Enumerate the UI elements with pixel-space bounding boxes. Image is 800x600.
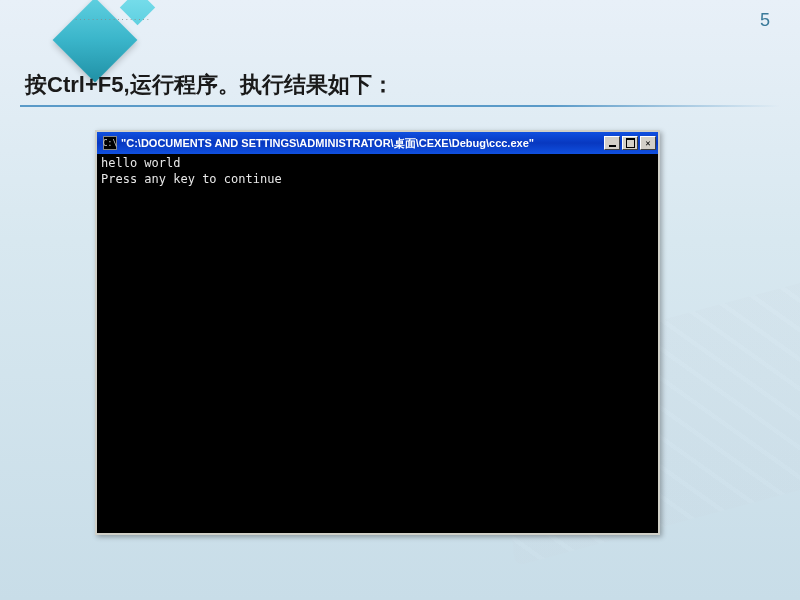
console-icon: C:\ bbox=[103, 136, 117, 150]
title-prefix: 按 bbox=[25, 72, 47, 97]
close-button[interactable] bbox=[640, 136, 656, 150]
slide-title: 按Ctrl+F5,运行程序。执行结果如下： bbox=[25, 70, 394, 100]
title-key: Ctrl+F5, bbox=[47, 72, 130, 97]
console-titlebar[interactable]: C:\ "C:\DOCUMENTS AND SETTINGS\ADMINISTR… bbox=[97, 132, 658, 154]
output-line-2: Press any key to continue bbox=[101, 172, 282, 186]
title-suffix: 运行程序。执行结果如下： bbox=[130, 72, 394, 97]
title-underline bbox=[20, 105, 780, 107]
minimize-button[interactable] bbox=[604, 136, 620, 150]
console-output: hello world Press any key to continue bbox=[97, 154, 658, 533]
slide-corner-decor bbox=[40, 0, 120, 60]
top-dots-decor: ·················· bbox=[75, 15, 151, 24]
page-number: 5 bbox=[760, 10, 770, 31]
console-title-text: "C:\DOCUMENTS AND SETTINGS\ADMINISTRATOR… bbox=[121, 136, 604, 151]
titlebar-button-group bbox=[604, 136, 656, 150]
maximize-button[interactable] bbox=[622, 136, 638, 150]
console-window: C:\ "C:\DOCUMENTS AND SETTINGS\ADMINISTR… bbox=[95, 130, 660, 535]
output-line-1: hello world bbox=[101, 156, 180, 170]
